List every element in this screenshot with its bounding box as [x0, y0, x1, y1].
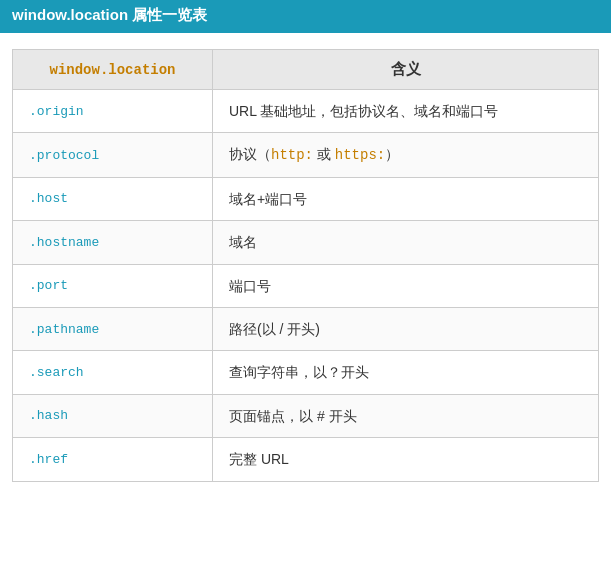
property-meaning: 页面锚点，以 # 开头 [213, 394, 599, 437]
property-name: .search [13, 351, 213, 394]
property-meaning: 域名 [213, 221, 599, 264]
table-row: .href完整 URL [13, 438, 599, 481]
table-row: .hash页面锚点，以 # 开头 [13, 394, 599, 437]
property-name: .origin [13, 90, 213, 133]
table-row: .port端口号 [13, 264, 599, 307]
page-title: window.location 属性一览表 [12, 6, 207, 23]
property-name: .hostname [13, 221, 213, 264]
table-row: .originURL 基础地址，包括协议名、域名和端口号 [13, 90, 599, 133]
property-meaning: 路径(以 / 开头) [213, 307, 599, 350]
property-name: .protocol [13, 133, 213, 177]
table-row: .protocol协议（http: 或 https:） [13, 133, 599, 177]
property-name: .hash [13, 394, 213, 437]
table-row: .host域名+端口号 [13, 177, 599, 220]
table-row: .search查询字符串，以？开头 [13, 351, 599, 394]
table-row: .pathname路径(以 / 开头) [13, 307, 599, 350]
properties-table: window.location 含义 .originURL 基础地址，包括协议名… [12, 49, 599, 482]
col2-header: 含义 [213, 50, 599, 90]
property-meaning: URL 基础地址，包括协议名、域名和端口号 [213, 90, 599, 133]
property-name: .href [13, 438, 213, 481]
property-name: .pathname [13, 307, 213, 350]
property-meaning: 查询字符串，以？开头 [213, 351, 599, 394]
col1-header: window.location [13, 50, 213, 90]
title-bar: window.location 属性一览表 [0, 0, 611, 33]
table-row: .hostname域名 [13, 221, 599, 264]
property-meaning: 完整 URL [213, 438, 599, 481]
property-meaning: 协议（http: 或 https:） [213, 133, 599, 177]
code-http: http: [271, 147, 313, 163]
property-meaning: 端口号 [213, 264, 599, 307]
property-name: .port [13, 264, 213, 307]
code-https: https: [335, 147, 385, 163]
table-container: window.location 含义 .originURL 基础地址，包括协议名… [0, 33, 611, 498]
table-header-row: window.location 含义 [13, 50, 599, 90]
property-meaning: 域名+端口号 [213, 177, 599, 220]
property-name: .host [13, 177, 213, 220]
